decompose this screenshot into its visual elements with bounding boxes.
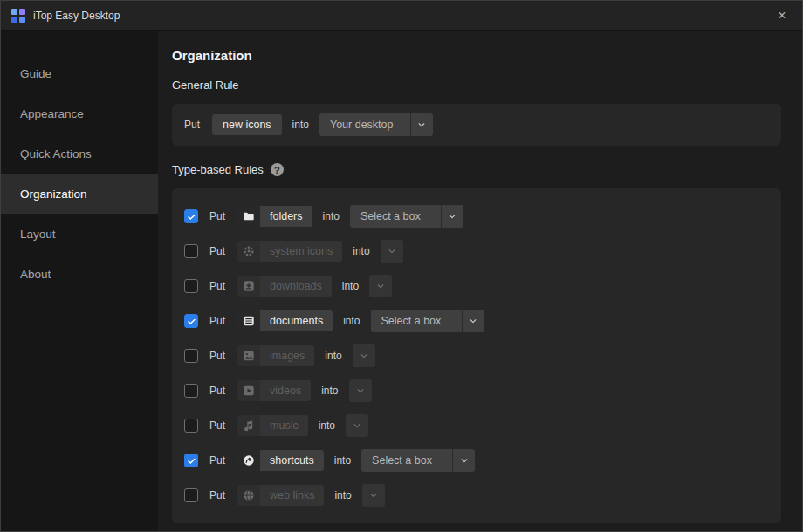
chevron-down-icon xyxy=(410,113,433,136)
put-label: Put xyxy=(184,119,200,131)
row-dropdown[interactable]: Select a box xyxy=(350,205,463,228)
sidebar-item-layout[interactable]: Layout xyxy=(1,214,158,254)
row-into-label: into xyxy=(353,245,369,257)
row-type-chip[interactable]: images xyxy=(237,345,314,366)
row-checkbox[interactable] xyxy=(184,314,198,328)
general-rule-heading: General Rule xyxy=(172,78,781,92)
type-rules-heading: Type-based Rules ? xyxy=(172,163,781,176)
window-title: iTop Easy Desktop xyxy=(33,10,120,22)
row-dropdown[interactable]: Select a box xyxy=(371,310,484,332)
row-dropdown[interactable] xyxy=(381,240,403,263)
general-dropdown-value: Your desktop xyxy=(319,113,410,136)
title-bar: iTop Easy Desktop × xyxy=(1,1,802,31)
music-icon xyxy=(237,415,260,436)
chevron-down-icon xyxy=(441,205,463,228)
row-type-label: shortcuts xyxy=(260,450,324,471)
rule-row: Put music into xyxy=(181,408,772,443)
general-rule-panel: Put new icons into Your desktop xyxy=(172,104,781,146)
row-type-label: images xyxy=(260,345,314,366)
row-dropdown-value: Select a box xyxy=(371,310,462,332)
row-type-chip[interactable]: music xyxy=(237,415,308,436)
row-dropdown[interactable] xyxy=(369,275,392,297)
type-rules-panel: Put folders into Select a box Put system… xyxy=(172,188,781,523)
row-dropdown[interactable]: Select a box xyxy=(361,449,475,472)
rule-row: Put downloads into xyxy=(181,269,772,304)
main-content: Organization General Rule Put new icons … xyxy=(158,31,802,531)
row-checkbox[interactable] xyxy=(184,419,198,433)
rule-row: Put images into xyxy=(181,338,772,373)
type-rules-heading-label: Type-based Rules xyxy=(172,163,264,176)
row-dropdown[interactable] xyxy=(353,344,375,367)
sidebar-item-guide[interactable]: Guide xyxy=(1,53,158,93)
new-icons-chip[interactable]: new icons xyxy=(212,114,282,135)
row-put-label: Put xyxy=(209,210,225,222)
rule-row: Put documents into Select a box xyxy=(181,304,772,338)
chevron-down-icon xyxy=(346,414,368,437)
sidebar-item-quick-actions[interactable]: Quick Actions xyxy=(1,133,158,174)
help-icon[interactable]: ? xyxy=(271,163,284,176)
row-type-chip[interactable]: folders xyxy=(237,206,312,227)
chevron-down-icon xyxy=(353,344,375,367)
app-logo-icon xyxy=(11,9,25,23)
row-checkbox[interactable] xyxy=(184,279,198,293)
folder-icon xyxy=(237,206,260,227)
gear-icon xyxy=(237,241,260,262)
shortcut-icon xyxy=(237,450,260,471)
row-dropdown[interactable] xyxy=(349,379,372,402)
chevron-down-icon xyxy=(462,310,484,332)
row-type-chip[interactable]: system icons xyxy=(237,241,342,262)
row-type-chip[interactable]: videos xyxy=(237,380,311,401)
documents-icon xyxy=(237,310,260,331)
row-type-chip[interactable]: downloads xyxy=(237,276,332,297)
row-type-chip[interactable]: documents xyxy=(237,310,333,331)
row-checkbox[interactable] xyxy=(184,488,198,502)
sidebar-item-organization[interactable]: Organization xyxy=(1,174,158,214)
row-checkbox[interactable] xyxy=(184,454,198,467)
row-checkbox[interactable] xyxy=(184,384,198,398)
globe-icon xyxy=(237,485,260,506)
row-checkbox[interactable] xyxy=(184,244,198,258)
row-into-label: into xyxy=(334,454,351,467)
close-button[interactable]: × xyxy=(762,1,802,30)
row-put-label: Put xyxy=(209,245,225,257)
row-put-label: Put xyxy=(209,454,225,467)
rule-row: Put shortcuts into Select a box xyxy=(181,443,772,478)
row-type-label: videos xyxy=(260,380,311,401)
row-into-label: into xyxy=(334,489,351,501)
chevron-down-icon xyxy=(369,275,392,297)
general-rule-heading-label: General Rule xyxy=(172,78,239,92)
row-dropdown[interactable] xyxy=(362,484,385,507)
row-checkbox[interactable] xyxy=(184,349,198,363)
chevron-down-icon xyxy=(452,449,475,472)
row-into-label: into xyxy=(325,350,341,362)
rule-row: Put system icons into xyxy=(181,234,772,269)
sidebar-item-appearance[interactable]: Appearance xyxy=(1,93,158,133)
row-put-label: Put xyxy=(209,419,225,432)
row-type-label: web links xyxy=(260,485,324,506)
row-into-label: into xyxy=(323,210,340,222)
download-icon xyxy=(237,276,260,297)
row-into-label: into xyxy=(319,419,335,432)
row-checkbox[interactable] xyxy=(184,209,198,223)
row-type-chip[interactable]: web links xyxy=(237,485,324,506)
row-dropdown-value: Select a box xyxy=(361,449,452,472)
row-into-label: into xyxy=(343,315,360,327)
row-put-label: Put xyxy=(209,315,225,327)
row-type-label: documents xyxy=(260,310,333,331)
sidebar: Guide Appearance Quick Actions Organizat… xyxy=(1,31,158,531)
chevron-down-icon xyxy=(381,240,403,263)
row-put-label: Put xyxy=(209,489,225,501)
row-dropdown[interactable] xyxy=(346,414,368,437)
row-type-label: system icons xyxy=(260,241,342,262)
row-type-label: downloads xyxy=(260,276,332,297)
chevron-down-icon xyxy=(349,379,372,402)
general-destination-dropdown[interactable]: Your desktop xyxy=(319,113,433,136)
row-put-label: Put xyxy=(209,385,225,397)
row-put-label: Put xyxy=(209,280,225,292)
row-type-label: music xyxy=(260,415,308,436)
row-into-label: into xyxy=(342,280,359,292)
into-label: into xyxy=(292,119,309,131)
sidebar-item-about[interactable]: About xyxy=(1,254,158,294)
type-rules-list: Put folders into Select a box Put system… xyxy=(181,199,772,513)
row-type-chip[interactable]: shortcuts xyxy=(237,450,324,471)
